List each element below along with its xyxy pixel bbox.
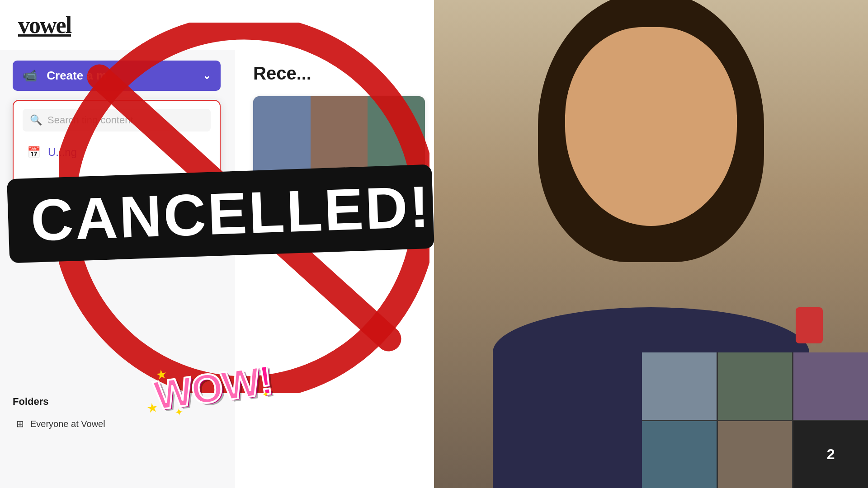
- cancelled-banner: CANCELLED!: [7, 164, 434, 263]
- app-logo: vowel: [18, 12, 71, 38]
- search-bar[interactable]: 🔍 Search ting content: [23, 109, 211, 131]
- star-1: ★: [155, 366, 168, 383]
- grid-icon: ⊞: [16, 418, 24, 429]
- left-panel: 📹 Create a m ⌄ 🔍 Search ting content 📅 U…: [0, 50, 235, 488]
- person-face: [565, 27, 737, 226]
- video-cell-5: [718, 421, 793, 488]
- video-camera-icon: 📹: [23, 69, 37, 82]
- video-cell-extra: 2: [793, 421, 868, 488]
- star-4: ✦: [262, 389, 270, 400]
- upcoming-label: U...ng: [48, 146, 77, 159]
- watch-bracelet: [796, 307, 823, 343]
- upcoming-meeting-item[interactable]: 📅 U...ng: [23, 140, 211, 165]
- folder-label: Everyone at Vowel: [30, 419, 105, 429]
- folder-everyone[interactable]: ⊞ Everyone at Vowel: [13, 413, 222, 435]
- star-3: ✦: [174, 406, 184, 419]
- create-meeting-button[interactable]: 📹 Create a m ⌄: [13, 61, 221, 91]
- calendar-icon: 📅: [27, 146, 41, 159]
- chevron-down-icon: ⌄: [203, 70, 211, 82]
- create-button-label: Create a m: [47, 69, 107, 82]
- header: vowel: [0, 0, 434, 50]
- video-cell-1: [642, 352, 717, 420]
- search-icon: 🔍: [30, 114, 42, 126]
- star-2: ★: [146, 399, 159, 416]
- video-cell-2: [718, 352, 793, 420]
- video-cell-3: [793, 352, 868, 420]
- search-placeholder-text: Search ting content: [47, 114, 133, 126]
- video-grid: 2: [642, 352, 868, 488]
- extra-count-label: 2: [827, 446, 835, 463]
- video-cell-4: [642, 421, 717, 488]
- cancelled-text: CANCELLED!: [30, 174, 432, 253]
- right-panel-photo: 2: [434, 0, 868, 488]
- separator: [23, 167, 211, 167]
